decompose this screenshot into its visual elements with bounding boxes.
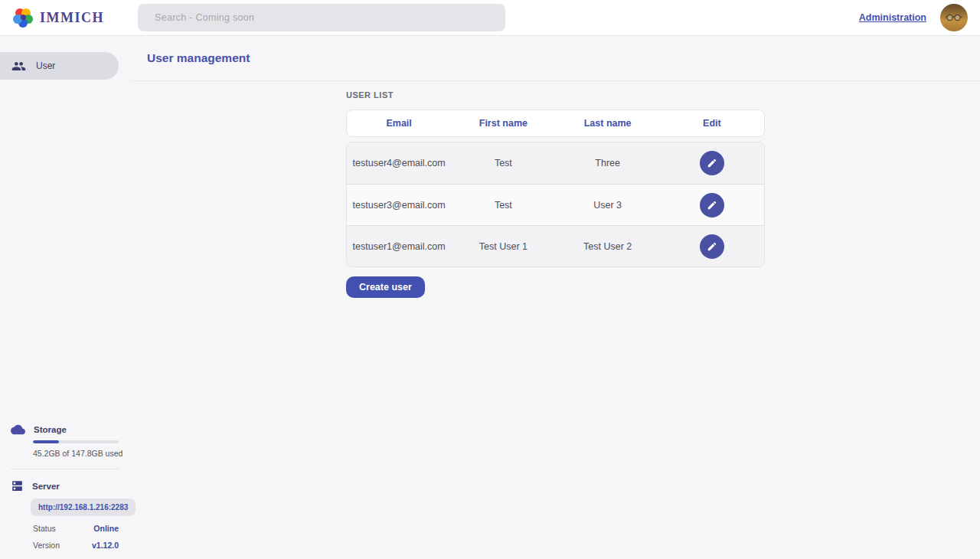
content-header: User management — [131, 36, 980, 81]
cell-first-name: Test — [451, 200, 555, 211]
col-edit: Edit — [660, 118, 764, 129]
cell-edit — [660, 193, 764, 217]
cell-last-name: User 3 — [556, 200, 660, 211]
pencil-icon — [707, 200, 717, 211]
user-list-label: USER LIST — [346, 90, 980, 100]
status-label: Status — [33, 524, 56, 533]
server-url-chip: http://192.168.1.216:2283 — [31, 499, 136, 516]
sidebar-item-label: User — [36, 60, 55, 71]
edit-user-button[interactable] — [700, 234, 724, 259]
storage-title: Storage — [34, 425, 67, 434]
main-layout: User Storage 45.2GB of 147.8GB used — [0, 36, 980, 559]
storage-progress-bar — [33, 440, 119, 443]
storage-progress-fill — [33, 440, 59, 443]
col-email: Email — [347, 118, 451, 129]
col-first-name: First name — [451, 118, 555, 129]
pencil-icon — [707, 241, 717, 252]
pencil-icon — [707, 158, 717, 168]
cell-email: testuser3@email.com — [347, 200, 451, 211]
server-status-row: Status Online — [33, 524, 119, 533]
sidebar: User Storage 45.2GB of 147.8GB used — [0, 36, 131, 559]
status-value: Online — [93, 524, 119, 533]
server-title: Server — [32, 482, 60, 491]
sidebar-info: Storage 45.2GB of 147.8GB used Server ht… — [0, 424, 131, 559]
logo-core — [21, 15, 26, 20]
cell-last-name: Three — [556, 158, 660, 168]
table-row: testuser1@email.com Test User 1 Test Use… — [347, 225, 764, 266]
edit-user-button[interactable] — [700, 193, 724, 217]
create-user-button[interactable]: Create user — [346, 276, 425, 298]
glasses-icon — [946, 14, 962, 21]
page-title: User management — [147, 51, 250, 65]
cell-first-name: Test User 1 — [451, 241, 555, 252]
edit-user-button[interactable] — [700, 151, 724, 175]
cell-edit — [660, 151, 764, 175]
col-last-name: Last name — [556, 118, 660, 129]
cell-last-name: Test User 2 — [556, 241, 660, 252]
table-row: testuser3@email.com Test User 3 — [347, 184, 764, 225]
cloud-icon — [11, 424, 25, 435]
cell-email: testuser1@email.com — [347, 241, 451, 252]
cell-email: testuser4@email.com — [347, 158, 451, 168]
table-row: testuser4@email.com Test Three — [347, 142, 764, 184]
content-body: USER LIST Email First name Last name Edi… — [131, 81, 980, 298]
version-value: v1.12.0 — [92, 541, 119, 550]
administration-link[interactable]: Administration — [859, 12, 926, 23]
user-avatar[interactable] — [940, 4, 968, 31]
app-logo[interactable]: IMMICH — [0, 8, 138, 28]
cell-edit — [660, 234, 764, 259]
sidebar-item-user[interactable]: User — [0, 52, 119, 80]
storage-section: Storage 45.2GB of 147.8GB used — [0, 424, 131, 458]
content-area: User management USER LIST Email First na… — [131, 36, 980, 559]
table-header-row: Email First name Last name Edit — [346, 110, 765, 137]
sidebar-spacer — [0, 80, 131, 424]
app-wordmark: IMMICH — [40, 10, 104, 26]
search-input[interactable] — [138, 4, 505, 31]
table-body: testuser4@email.com Test Three te — [346, 142, 765, 267]
version-label: Version — [33, 541, 60, 550]
top-bar: IMMICH Administration — [0, 0, 980, 36]
cell-first-name: Test — [451, 158, 555, 168]
sidebar-divider — [11, 469, 119, 469]
server-version-row: Version v1.12.0 — [33, 541, 119, 550]
storage-usage-text: 45.2GB of 147.8GB used — [33, 449, 131, 458]
server-section: Server http://192.168.1.216:2283 Status … — [0, 479, 131, 550]
server-icon — [11, 479, 24, 492]
immich-flower-icon — [13, 8, 33, 28]
user-table: Email First name Last name Edit testuser… — [346, 110, 765, 267]
users-icon — [11, 59, 26, 74]
